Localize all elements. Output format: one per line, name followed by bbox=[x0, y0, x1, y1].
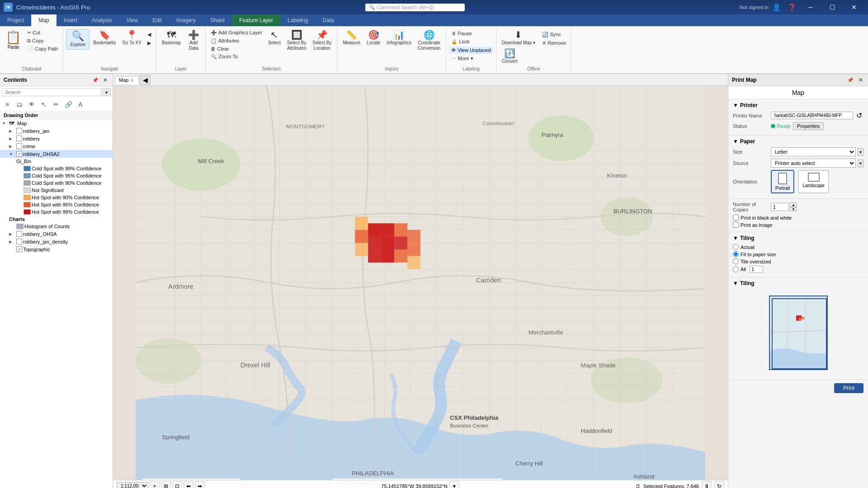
contents-pin-button[interactable]: 📌 bbox=[91, 76, 99, 84]
tab-share[interactable]: Share bbox=[203, 14, 232, 26]
checkbox-crime[interactable] bbox=[16, 143, 22, 149]
tab-labeling[interactable]: Labeling bbox=[280, 14, 315, 26]
collapse-panel-button[interactable]: ◀ bbox=[140, 75, 151, 85]
print-action-button[interactable]: Print bbox=[834, 383, 863, 393]
checkbox-robbery-ohsa[interactable] bbox=[16, 231, 22, 237]
layer-item-crime[interactable]: ▶ crime bbox=[0, 142, 113, 150]
tiling-actual-radio[interactable] bbox=[733, 244, 739, 250]
checkbox-robbery[interactable] bbox=[16, 136, 22, 141]
zoom-in-button[interactable]: + bbox=[150, 481, 160, 488]
contents-close-button[interactable]: ✕ bbox=[101, 76, 109, 84]
download-map-button[interactable]: ⬇ Download Map ▾ bbox=[499, 29, 538, 47]
print-panel-pin-button[interactable]: 📌 bbox=[846, 76, 854, 84]
view-unplaced-button[interactable]: 👁 View Unplaced bbox=[449, 47, 493, 54]
add-graphics-layer-button[interactable]: ➕ Add Graphics Layer bbox=[208, 29, 264, 37]
tiling-all-input[interactable] bbox=[750, 266, 763, 273]
printer-refresh-button[interactable]: ↺ bbox=[855, 111, 863, 120]
go-to-xy-button[interactable]: 📍 Go To XY bbox=[119, 29, 144, 47]
scale-selector[interactable]: 1:112,000 bbox=[117, 482, 148, 488]
select-by-attributes-button[interactable]: 🔲 Select ByAttributes bbox=[284, 29, 309, 52]
checkbox-robbery-jan-density[interactable] bbox=[16, 239, 22, 244]
paper-size-dropdown-button[interactable]: ▾ bbox=[858, 148, 863, 156]
maximize-button[interactable]: ☐ bbox=[822, 0, 843, 14]
paper-section-header[interactable]: ▼ Paper bbox=[733, 138, 863, 145]
nav-forward-button[interactable]: ▶ bbox=[145, 39, 153, 47]
checkbox-robbery-ohsa2[interactable]: ✓ bbox=[16, 151, 22, 157]
copies-down-button[interactable]: ▼ bbox=[790, 207, 797, 211]
layer-item-histogram[interactable]: Histogram of Counts bbox=[0, 223, 113, 230]
pause-button[interactable]: ⏸ Pause bbox=[449, 30, 493, 37]
close-button[interactable]: ✕ bbox=[844, 0, 864, 14]
pause-map-button[interactable]: ⏸ bbox=[702, 481, 712, 488]
layer-item-robbery-jan-density[interactable]: ▶ robbery_jan_density bbox=[0, 238, 113, 245]
fixed-zoom-button[interactable]: ⊞ bbox=[161, 481, 171, 488]
layer-item-robbery-jan[interactable]: ▶ robbery_jan bbox=[0, 127, 113, 135]
properties-button[interactable]: Properties bbox=[793, 122, 824, 130]
attributes-button[interactable]: 📋 Attributes bbox=[208, 37, 264, 45]
tab-data[interactable]: Data bbox=[315, 14, 341, 26]
checkbox-robbery-jan[interactable] bbox=[16, 128, 22, 134]
tab-view[interactable]: View bbox=[119, 14, 145, 26]
layer-item-robbery-ohsa2[interactable]: ▼ ✓ robbery_OHSA2 bbox=[0, 150, 113, 158]
map-tab-close-button[interactable]: ✕ bbox=[130, 78, 134, 83]
basemap-button[interactable]: 🗺 Basemap bbox=[159, 29, 184, 47]
infographics-button[interactable]: 📊 Infographics bbox=[384, 29, 414, 47]
layer-item-robbery[interactable]: ▶ robbery bbox=[0, 135, 113, 142]
explore-button[interactable]: 🔍 Explore bbox=[66, 29, 90, 50]
tab-analysis[interactable]: Analysis bbox=[85, 14, 119, 26]
printer-name-input[interactable] bbox=[771, 112, 853, 119]
tiling-preview-header[interactable]: ▼ Tiling bbox=[733, 280, 863, 286]
copy-button[interactable]: ⧉ Copy bbox=[25, 37, 60, 45]
layer-item-topographic[interactable]: ✓ Topographic bbox=[0, 245, 113, 253]
coordinate-conversion-button[interactable]: 🌐 CoordinateConversion bbox=[415, 29, 443, 52]
tiling-section-header[interactable]: ▼ Tiling bbox=[733, 235, 863, 241]
list-by-editing-button[interactable]: ✏ bbox=[51, 99, 61, 110]
tiling-all-radio[interactable] bbox=[733, 267, 739, 272]
nav-back-button[interactable]: ◀ bbox=[145, 31, 153, 38]
paper-size-select[interactable]: Letter bbox=[771, 147, 856, 156]
list-by-source-button[interactable]: 🗂 bbox=[14, 99, 25, 110]
measure-button[interactable]: 📏 Measure bbox=[340, 29, 363, 47]
add-data-button[interactable]: ➕ AddData bbox=[184, 29, 203, 52]
cut-button[interactable]: ✂ Cut bbox=[25, 29, 60, 37]
search-dropdown-button[interactable]: ▾ bbox=[102, 88, 111, 96]
black-white-checkbox[interactable] bbox=[733, 215, 739, 221]
tiling-oversized-radio[interactable] bbox=[733, 258, 739, 264]
contents-search-input[interactable] bbox=[2, 88, 101, 96]
full-extent-button[interactable]: ⊡ bbox=[172, 481, 182, 488]
tab-edit[interactable]: Edit bbox=[145, 14, 169, 26]
list-by-snapping-button[interactable]: 🔗 bbox=[63, 99, 74, 110]
layer-item-charts[interactable]: Charts bbox=[0, 216, 113, 223]
paste-button[interactable]: 📋 Paste bbox=[3, 29, 24, 51]
sync-button[interactable]: 🔄 Sync bbox=[540, 31, 568, 38]
previous-extent-button[interactable]: ⬅ bbox=[184, 481, 193, 488]
remove-button[interactable]: ✕ Remove bbox=[540, 39, 568, 47]
list-by-visibility-button[interactable]: 👁 bbox=[26, 99, 37, 110]
select-button[interactable]: ↖ Select bbox=[265, 29, 283, 47]
next-extent-button[interactable]: ➡ bbox=[195, 481, 205, 488]
copies-input[interactable] bbox=[771, 203, 789, 211]
list-by-labeling-button[interactable]: A bbox=[75, 99, 86, 110]
checkbox-topographic[interactable]: ✓ bbox=[16, 246, 22, 252]
more-labeling-button[interactable]: ⋯ More ▾ bbox=[449, 55, 493, 62]
list-by-selection-button[interactable]: ↖ bbox=[38, 99, 49, 110]
tab-map[interactable]: Map bbox=[31, 14, 56, 26]
paper-source-select[interactable]: Printer auto select bbox=[771, 159, 856, 168]
tab-insert[interactable]: Insert bbox=[57, 14, 85, 26]
tab-feature-layer[interactable]: Feature Layer bbox=[232, 14, 280, 26]
zoom-to-button[interactable]: 🔍 Zoom To bbox=[208, 53, 264, 61]
convert-button[interactable]: 🔃 Convert bbox=[499, 47, 520, 66]
lock-button[interactable]: 🔒 Lock bbox=[449, 38, 493, 46]
layer-item-map[interactable]: ▼ 🗺 Map bbox=[0, 120, 113, 127]
copy-path-button[interactable]: 📄 Copy Path bbox=[25, 45, 60, 53]
bookmarks-button[interactable]: 🔖 Bookmarks bbox=[90, 29, 118, 47]
layer-item-robbery-ohsa[interactable]: ▶ robbery_OHSA bbox=[0, 230, 113, 238]
clear-button[interactable]: 🗑 Clear bbox=[208, 45, 264, 52]
select-by-location-button[interactable]: 📌 Select ByLocation bbox=[310, 29, 334, 52]
copies-up-button[interactable]: ▲ bbox=[790, 202, 797, 207]
tab-imagery[interactable]: Imagery bbox=[169, 14, 203, 26]
layer-item-gi-bin[interactable]: Gi_Bin bbox=[0, 158, 113, 165]
paper-source-dropdown-button[interactable]: ▾ bbox=[858, 160, 863, 167]
map-tab[interactable]: Map ✕ bbox=[115, 76, 139, 84]
printer-section-header[interactable]: ▼ Printer bbox=[733, 102, 863, 108]
